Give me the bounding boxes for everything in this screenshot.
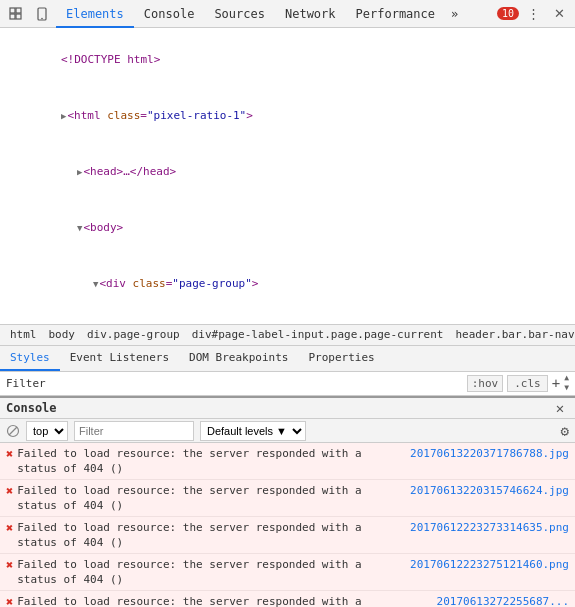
tree-line[interactable]: <!DOCTYPE html> [0, 32, 575, 88]
tag-text: <!DOCTYPE html> [61, 53, 160, 66]
filter-label: Filter [6, 377, 46, 390]
svg-rect-3 [16, 14, 21, 19]
attr-value: "pixel-ratio-1" [147, 109, 246, 122]
cls-button[interactable]: .cls [507, 375, 548, 392]
attr-name: class [133, 277, 166, 290]
cursor-icon [9, 7, 23, 21]
msg-link-3[interactable]: 20170612223275121460.png [410, 557, 569, 572]
console-message-0: ✖ Failed to load resource: the server re… [0, 443, 575, 480]
filter-input[interactable] [50, 377, 255, 389]
tag-text: <html [67, 109, 107, 122]
breadcrumb-body[interactable]: body [43, 326, 82, 343]
devtools-container: Elements Console Sources Network Perform… [0, 0, 575, 607]
tag-text: <body> [83, 221, 123, 234]
breadcrumb-page-input[interactable]: div#page-label-input.page.page-current [186, 326, 450, 343]
svg-line-7 [9, 427, 17, 435]
devtools-toolbar: Elements Console Sources Network Perform… [0, 0, 575, 28]
breadcrumb-header[interactable]: header.bar.bar-nav [449, 326, 575, 343]
close-devtools-btn[interactable]: ✕ [547, 3, 571, 25]
console-message-2: ✖ Failed to load resource: the server re… [0, 517, 575, 554]
filter-arrows: ▲ ▼ [564, 373, 569, 393]
console-close-btn[interactable]: ✕ [551, 399, 569, 417]
error-icon-4: ✖ [6, 595, 13, 607]
msg-text-1: Failed to load resource: the server resp… [17, 483, 396, 513]
error-badge: 10 [497, 7, 519, 20]
mobile-icon [36, 7, 48, 21]
console-level-select[interactable]: Default levels ▼ [200, 421, 306, 441]
tab-bar: Elements Console Sources Network Perform… [56, 0, 491, 28]
msg-text-4: Failed to load resource: the server resp… [17, 594, 422, 607]
tag-text: <div [99, 277, 132, 290]
tab-more-btn[interactable]: » [445, 0, 464, 28]
html-tree[interactable]: <!DOCTYPE html> ▶<html class="pixel-rati… [0, 28, 575, 324]
tab-styles[interactable]: Styles [0, 345, 60, 371]
msg-link-0[interactable]: 20170613220371786788.jpg [410, 446, 569, 461]
arrow-down[interactable]: ▼ [564, 383, 569, 393]
tag-eq: = [140, 109, 147, 122]
tag-close: > [246, 109, 253, 122]
tree-line[interactable]: ▶<html class="pixel-ratio-1"> [0, 88, 575, 144]
console-message-3: ✖ Failed to load resource: the server re… [0, 554, 575, 591]
triangle: ▼ [77, 223, 82, 233]
breadcrumb-html[interactable]: html [4, 326, 43, 343]
tree-line[interactable]: ▼<div id="page-label-input" class="page … [0, 312, 575, 324]
console-message-1: ✖ Failed to load resource: the server re… [0, 480, 575, 517]
tab-sources[interactable]: Sources [204, 0, 275, 28]
msg-link-2[interactable]: 20170612223273314635.png [410, 520, 569, 535]
hov-button[interactable]: :hov [467, 375, 504, 392]
tab-console[interactable]: Console [134, 0, 205, 28]
console-toolbar: top Default levels ▼ ⚙ [0, 419, 575, 443]
console-filter-input[interactable] [74, 421, 194, 441]
tab-network[interactable]: Network [275, 0, 346, 28]
msg-text-2: Failed to load resource: the server resp… [17, 520, 396, 550]
console-context-select[interactable]: top [26, 421, 68, 441]
console-header: Console ✕ [0, 396, 575, 420]
triangle: ▼ [93, 279, 98, 289]
tab-performance[interactable]: Performance [346, 0, 445, 28]
breadcrumb-bar: html body div.page-group div#page-label-… [0, 324, 575, 346]
add-style-btn[interactable]: + [552, 375, 560, 391]
tree-line[interactable]: ▶<head>…</head> [0, 144, 575, 200]
msg-text-3: Failed to load resource: the server resp… [17, 557, 396, 587]
console-title: Console [6, 401, 57, 415]
attr-name: class [107, 109, 140, 122]
svg-rect-1 [16, 8, 21, 13]
filter-bar: Filter :hov .cls + ▲ ▼ [0, 372, 575, 396]
toolbar-right: 10 ⋮ ✕ [493, 3, 571, 25]
attr-value: "page-group" [172, 277, 251, 290]
error-icon-3: ✖ [6, 558, 13, 573]
msg-link-1[interactable]: 20170613220315746624.jpg [410, 483, 569, 498]
error-icon-0: ✖ [6, 447, 13, 462]
arrow-up[interactable]: ▲ [564, 373, 569, 383]
styles-tabs: Styles Event Listeners DOM Breakpoints P… [0, 346, 575, 372]
tab-elements[interactable]: Elements [56, 0, 134, 28]
cursor-icon-btn[interactable] [4, 3, 28, 25]
error-icon-2: ✖ [6, 521, 13, 536]
console-gear-btn[interactable]: ⚙ [561, 423, 569, 439]
block-icon [6, 424, 20, 438]
tag-text: <head>…</head> [83, 165, 176, 178]
breadcrumb-page-group[interactable]: div.page-group [81, 326, 186, 343]
triangle: ▶ [61, 111, 66, 121]
svg-point-5 [41, 17, 43, 19]
svg-rect-0 [10, 8, 15, 13]
tab-event-listeners[interactable]: Event Listeners [60, 345, 179, 371]
elements-panel: <!DOCTYPE html> ▶<html class="pixel-rati… [0, 28, 575, 324]
tab-dom-breakpoints[interactable]: DOM Breakpoints [179, 345, 298, 371]
tree-line[interactable]: ▼<div class="page-group"> [0, 256, 575, 312]
tab-properties[interactable]: Properties [298, 345, 384, 371]
tree-line[interactable]: ▼<body> [0, 200, 575, 256]
svg-rect-2 [10, 14, 15, 19]
console-message-4: ✖ Failed to load resource: the server re… [0, 591, 575, 607]
console-messages[interactable]: ✖ Failed to load resource: the server re… [0, 443, 575, 607]
error-icon-1: ✖ [6, 484, 13, 499]
mobile-icon-btn[interactable] [30, 3, 54, 25]
msg-link-4[interactable]: 20170613272255687... [437, 594, 569, 607]
dots-menu-btn[interactable]: ⋮ [521, 3, 545, 25]
triangle: ▶ [77, 167, 82, 177]
msg-text-0: Failed to load resource: the server resp… [17, 446, 396, 476]
